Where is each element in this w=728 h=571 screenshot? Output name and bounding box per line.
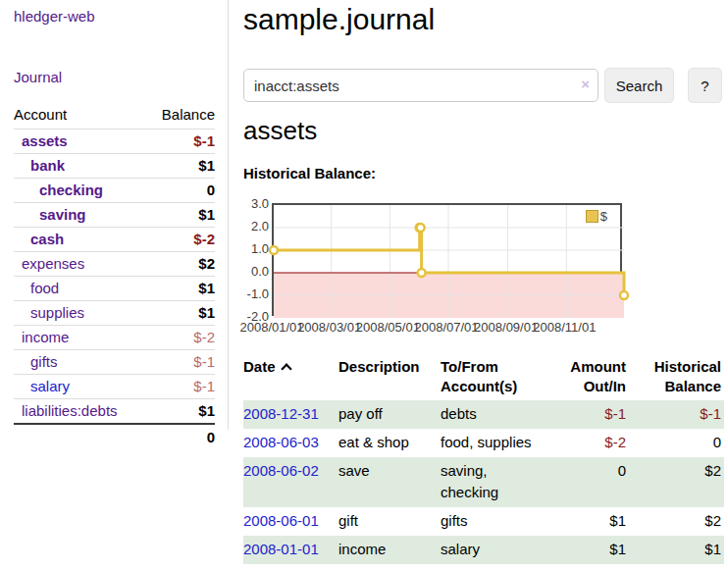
chart-title: Historical Balance: bbox=[243, 165, 376, 182]
account-link[interactable]: supplies bbox=[14, 304, 84, 321]
search-input[interactable] bbox=[243, 69, 598, 102]
account-row: bank$1 bbox=[14, 153, 215, 178]
table-row: 2008-12-31pay offdebts$-1$-1 bbox=[243, 400, 724, 429]
account-balance: $2 bbox=[198, 255, 215, 272]
register-table: Date Description To/From Account(s) Amou… bbox=[243, 355, 724, 564]
transaction-accounts: salary bbox=[441, 536, 548, 564]
chart-canvas bbox=[274, 205, 624, 318]
transaction-date-link[interactable]: 2008-06-01 bbox=[243, 512, 319, 529]
register-header-row: Date Description To/From Account(s) Amou… bbox=[243, 355, 724, 400]
page-title: sample.journal bbox=[243, 0, 435, 39]
account-link[interactable]: income bbox=[14, 329, 69, 345]
account-balance: $1 bbox=[198, 402, 215, 419]
accounts-header-balance: Balance bbox=[162, 106, 215, 123]
account-link[interactable]: salary bbox=[14, 378, 70, 394]
account-row: expenses$2 bbox=[14, 251, 215, 276]
transaction-description: gift bbox=[338, 507, 441, 536]
transaction-description: eat & shop bbox=[338, 429, 441, 457]
transaction-amount: $1 bbox=[548, 507, 629, 536]
table-row: 2008-06-01giftgifts$1$2 bbox=[243, 507, 724, 536]
transaction-balance: $2 bbox=[629, 457, 724, 507]
register-header-balance: Historical Balance bbox=[629, 355, 724, 400]
account-row: salary$-1 bbox=[14, 374, 215, 398]
table-row: 2008-01-01incomesalary$1$1 bbox=[243, 536, 724, 564]
account-row: income$-2 bbox=[14, 325, 215, 349]
x-axis-tick-label: 2008/07/01 bbox=[414, 320, 478, 335]
sidebar-item-journal[interactable]: Journal bbox=[14, 69, 62, 85]
transaction-date-link[interactable]: 2008-06-03 bbox=[243, 434, 319, 450]
y-axis-tick-label: 0.0 bbox=[243, 264, 269, 279]
account-link[interactable]: bank bbox=[14, 157, 65, 174]
transaction-amount: $1 bbox=[548, 536, 629, 564]
account-balance: $1 bbox=[198, 157, 215, 174]
account-row: liabilities:debts$1 bbox=[14, 398, 215, 423]
historical-balance-chart: $ 3.02.01.00.0-1.0-2.02008/01/012008/03/… bbox=[243, 196, 675, 336]
account-row: cash$-2 bbox=[14, 227, 215, 251]
chart-legend: $ bbox=[586, 209, 607, 224]
x-axis-tick-label: 2008/09/01 bbox=[474, 320, 538, 335]
transaction-accounts: debts bbox=[441, 400, 548, 429]
hledger-web-app: hledger-web Journal Account Balance asse… bbox=[0, 0, 728, 571]
account-link[interactable]: saving bbox=[14, 206, 86, 223]
account-row: checking0 bbox=[14, 178, 215, 202]
y-axis-tick-label: 1.0 bbox=[243, 241, 269, 256]
sidebar-divider bbox=[228, 0, 229, 430]
help-button[interactable]: ? bbox=[688, 68, 722, 103]
account-link[interactable]: checking bbox=[14, 182, 103, 198]
account-balance: $1 bbox=[198, 280, 215, 296]
account-link[interactable]: assets bbox=[14, 132, 68, 149]
table-row: 2008-06-02savesaving, checking0$2 bbox=[243, 457, 724, 507]
clear-search-icon[interactable]: × bbox=[581, 76, 590, 92]
register-header-description: Description bbox=[338, 355, 441, 400]
account-balance: $-1 bbox=[193, 353, 215, 370]
chart-plot-area: $ bbox=[272, 203, 622, 316]
transaction-date-link[interactable]: 2008-01-01 bbox=[243, 541, 319, 557]
x-axis-tick-label: 2008/05/01 bbox=[356, 320, 420, 335]
account-link[interactable]: liabilities:debts bbox=[14, 402, 118, 419]
transaction-balance: 0 bbox=[629, 429, 724, 457]
x-axis-tick-label: 2008/01/01 bbox=[239, 320, 303, 335]
register-header-date[interactable]: Date bbox=[243, 355, 338, 400]
transaction-balance: $1 bbox=[629, 536, 724, 564]
legend-label: $ bbox=[600, 209, 607, 224]
search-box: × bbox=[243, 69, 598, 102]
transaction-balance: $2 bbox=[629, 507, 724, 536]
account-link[interactable]: cash bbox=[14, 231, 64, 247]
register-header-amount: Amount Out/In bbox=[548, 355, 629, 400]
account-link[interactable]: expenses bbox=[14, 255, 84, 272]
transaction-accounts: gifts bbox=[441, 507, 548, 536]
transaction-description: save bbox=[338, 457, 441, 507]
accounts-header-account: Account bbox=[14, 106, 67, 123]
y-axis-tick-label: -1.0 bbox=[243, 286, 269, 301]
transaction-date-link[interactable]: 2008-06-02 bbox=[243, 462, 319, 479]
search-button[interactable]: Search bbox=[604, 68, 674, 103]
account-row: assets$-1 bbox=[14, 129, 215, 153]
x-axis-tick-label: 2008/03/01 bbox=[297, 320, 361, 335]
transaction-accounts: food, supplies bbox=[441, 429, 548, 457]
accounts-table: Account Balance assets$-1bank$1checking0… bbox=[14, 102, 215, 449]
register-table-body: 2008-12-31pay offdebts$-1$-12008-06-03ea… bbox=[243, 400, 724, 564]
x-axis-tick-label: 2008/11/01 bbox=[533, 320, 596, 335]
account-row: gifts$-1 bbox=[14, 349, 215, 374]
y-axis-tick-label: 2.0 bbox=[243, 219, 269, 234]
account-row: supplies$1 bbox=[14, 300, 215, 325]
transaction-description: income bbox=[338, 536, 441, 564]
account-link[interactable]: food bbox=[14, 280, 59, 296]
transaction-date-link[interactable]: 2008-12-31 bbox=[243, 405, 319, 422]
account-link[interactable]: gifts bbox=[14, 353, 58, 370]
accounts-total-row: 0 bbox=[14, 423, 215, 449]
table-row: 2008-06-03eat & shopfood, supplies$-20 bbox=[243, 429, 724, 457]
legend-swatch bbox=[586, 210, 598, 223]
transaction-amount: $-1 bbox=[548, 400, 629, 429]
accounts-table-header: Account Balance bbox=[14, 102, 215, 129]
chevron-up-icon bbox=[281, 363, 291, 374]
account-balance: $-1 bbox=[193, 132, 215, 149]
account-balance: $-2 bbox=[193, 231, 215, 247]
account-heading: assets bbox=[243, 114, 317, 147]
account-balance: 0 bbox=[207, 182, 215, 198]
account-balance: $-2 bbox=[193, 329, 215, 345]
brand-link[interactable]: hledger-web bbox=[14, 8, 95, 25]
register-header-accounts: To/From Account(s) bbox=[441, 355, 548, 400]
transaction-balance: $-1 bbox=[629, 400, 724, 429]
account-balance: $-1 bbox=[193, 378, 215, 394]
